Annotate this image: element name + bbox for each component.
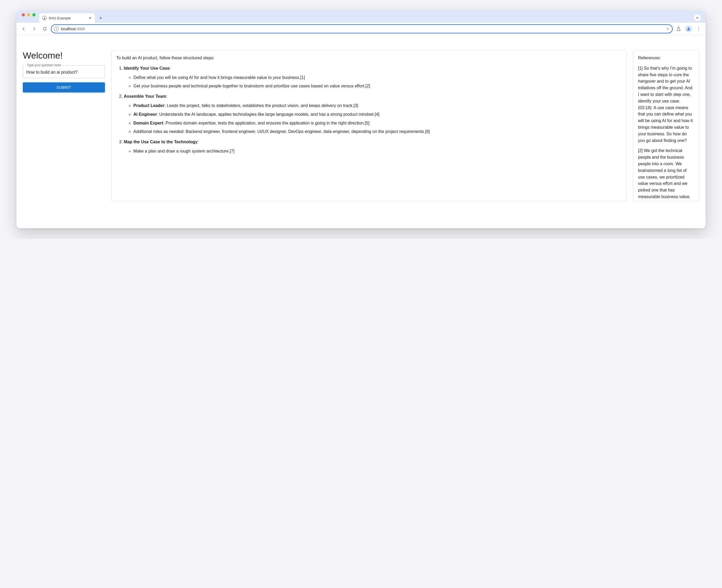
step-title: Identify Your Use Case: <box>124 66 171 70</box>
url-host: localhost:3000 <box>61 27 85 31</box>
bullet-item: Make a plan and draw a rough system arch… <box>133 148 622 155</box>
question-label: Type your question here <box>26 63 62 67</box>
minimize-window-button[interactable] <box>27 13 30 16</box>
bullet-item: Get your business people and technical p… <box>133 83 622 89</box>
references-body: [1] So that's why I'm going to share fiv… <box>638 65 694 201</box>
tab-title: RAG Example <box>49 16 71 20</box>
browser-toolbar: i localhost:3000 ☆ ⋮ <box>16 23 706 35</box>
profile-button[interactable] <box>684 25 693 33</box>
browser-tab[interactable]: ▲ RAG Example ✕ <box>39 13 95 23</box>
window-controls <box>22 13 36 16</box>
bullet-item: Additional roles as needed: Backend engi… <box>133 128 622 135</box>
reference-item: [1] So that's why I'm going to share fiv… <box>638 65 694 144</box>
browser-window: ▲ RAG Example ✕ + i localhost:3000 ☆ <box>16 10 706 228</box>
answer-intro: To build an AI product, follow these str… <box>116 55 622 61</box>
bullet-item: Domain Expert: Provides domain expertise… <box>133 120 622 127</box>
step-item: Map the Use Case to the Technology:Make … <box>124 139 622 155</box>
page-title: Welcome! <box>23 50 105 61</box>
forward-button[interactable] <box>30 24 39 34</box>
answer-card: To build an AI product, follow these str… <box>111 50 627 201</box>
page-content: Welcome! Type your question here SUBMIT … <box>16 35 706 228</box>
references-title: References: <box>638 55 694 61</box>
step-item: Assemble Your Team:Product Leader: Leads… <box>124 93 622 135</box>
site-info-icon[interactable]: i <box>54 26 59 31</box>
favicon-icon: ▲ <box>42 16 47 20</box>
step-item: Identify Your Use Case:Define what you w… <box>124 65 622 89</box>
question-field: Type your question here <box>23 65 105 78</box>
close-tab-button[interactable]: ✕ <box>88 16 92 20</box>
new-tab-button[interactable]: + <box>97 14 104 22</box>
step-title: Map the Use Case to the Technology: <box>124 140 199 144</box>
reload-button[interactable] <box>40 24 49 34</box>
tab-strip: ▲ RAG Example ✕ + <box>16 10 706 23</box>
bullet-item: AI Engineer: Understands the AI landscap… <box>133 111 622 118</box>
step-bullets: Product Leader: Leads the project, talks… <box>124 103 622 135</box>
maximize-window-button[interactable] <box>32 13 36 16</box>
back-button[interactable] <box>19 24 28 34</box>
question-input[interactable] <box>26 70 101 75</box>
step-title: Assemble Your Team: <box>124 94 167 99</box>
bullet-item: Define what you will be using AI for and… <box>133 75 622 81</box>
submit-button[interactable]: SUBMIT <box>23 82 105 92</box>
overflow-menu-button[interactable]: ⋮ <box>695 25 703 33</box>
address-bar[interactable]: i localhost:3000 ☆ <box>51 24 673 34</box>
query-panel: Welcome! Type your question here SUBMIT <box>23 50 105 92</box>
bullet-item: Product Leader: Leads the project, talks… <box>133 103 622 109</box>
reference-item: [2] We got the technical people and the … <box>638 148 694 201</box>
step-bullets: Define what you will be using AI for and… <box>124 75 622 90</box>
avatar-icon <box>685 25 692 32</box>
step-bullets: Make a plan and draw a rough system arch… <box>124 148 622 155</box>
labs-icon[interactable] <box>674 25 683 33</box>
close-window-button[interactable] <box>22 13 25 16</box>
tab-overflow-button[interactable] <box>694 14 701 21</box>
references-card: References: [1] So that's why I'm going … <box>633 50 699 201</box>
bookmark-star-icon[interactable]: ☆ <box>666 26 669 31</box>
steps-list: Identify Your Use Case:Define what you w… <box>116 65 622 155</box>
